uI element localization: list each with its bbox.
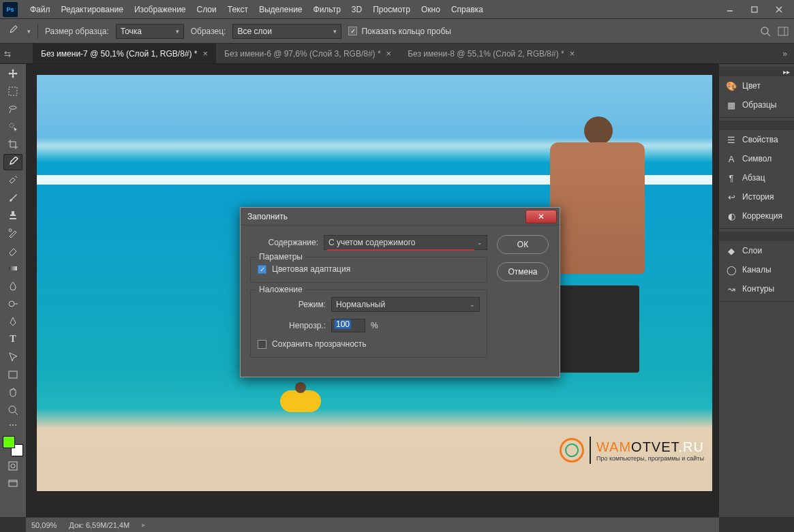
svg-line-16 — [15, 412, 18, 415]
color-adaptation-check[interactable]: ✓ Цветовая адаптация — [258, 264, 480, 274]
quick-select-tool[interactable] — [3, 119, 22, 135]
dialog-close-button[interactable]: ✕ — [525, 210, 557, 223]
svg-point-9 — [10, 123, 14, 127]
sliders-icon: ☰ — [726, 134, 737, 145]
blend-fieldset: Наложение Режим: Нормальный⌄ Непрозр.: 1… — [250, 290, 487, 358]
menu-изображение[interactable]: Изображение — [129, 0, 192, 19]
options-bar: ▾ Размер образца: Точка▾ Образец: Все сл… — [0, 19, 794, 44]
svg-point-18 — [11, 464, 15, 468]
document-tab[interactable]: Без имени-8 @ 55,1% (Слой 2, RGB/8#) *× — [399, 44, 583, 63]
panel-цвет[interactable]: 🎨Цвет — [719, 76, 794, 95]
panel-образцы[interactable]: ▦Образцы — [719, 95, 794, 114]
menu-редактирование[interactable]: Редактирование — [56, 0, 129, 19]
brush-tool[interactable] — [3, 189, 22, 206]
lasso-tool[interactable] — [3, 101, 22, 117]
content-select[interactable]: С учетом содержимого⌄ — [324, 235, 487, 250]
panel-история[interactable]: ↩История — [719, 187, 794, 206]
panel-collapse-icon[interactable]: ▸▸ — [783, 68, 790, 76]
healing-tool[interactable] — [3, 172, 22, 188]
dialog-titlebar[interactable]: Заполнить ✕ — [241, 208, 560, 225]
zoom-tool[interactable] — [3, 402, 22, 418]
workspace-switcher-icon[interactable] — [778, 26, 789, 37]
toolbox: T ⋯ — [0, 64, 26, 517]
menu-просмотр[interactable]: Просмотр — [367, 0, 416, 19]
sample-from-label: Образец: — [191, 27, 226, 36]
gradient-tool[interactable] — [3, 260, 22, 277]
quick-mask-toggle[interactable] — [3, 458, 22, 474]
eyedropper-tool-icon[interactable] — [5, 24, 20, 39]
tab-close-icon[interactable]: × — [386, 48, 392, 59]
move-tool[interactable] — [3, 65, 22, 82]
dialog-title: Заполнить — [247, 212, 288, 221]
stamp-tool[interactable] — [3, 207, 22, 223]
zoom-level[interactable]: 50,09% — [31, 521, 57, 529]
hand-tool[interactable] — [3, 384, 22, 401]
svg-point-12 — [9, 301, 14, 307]
document-tab[interactable]: Без имени-6 @ 97,6% (Слой 3, RGB/8#) *× — [216, 44, 399, 63]
tabs-handle-icon[interactable]: ⇆ — [4, 49, 11, 59]
doc-size[interactable]: Док: 6,59M/21,4M — [69, 521, 129, 529]
mode-select[interactable]: Нормальный⌄ — [331, 297, 480, 312]
search-icon[interactable] — [760, 26, 771, 37]
eraser-tool[interactable] — [3, 242, 22, 259]
menu-окно[interactable]: Окно — [416, 0, 446, 19]
history-brush-tool[interactable] — [3, 225, 22, 241]
adjust-icon: ◐ — [726, 210, 737, 221]
minimize-button[interactable] — [718, 1, 742, 18]
pen-tool[interactable] — [3, 313, 22, 330]
A-icon: A — [726, 153, 737, 164]
svg-rect-17 — [9, 462, 17, 470]
sample-from-select[interactable]: Все слои▾ — [232, 24, 341, 39]
grid-icon: ▦ — [726, 99, 737, 110]
menu-файл[interactable]: Файл — [25, 0, 56, 19]
panel-dock: ▸▸🎨Цвет▦Образцы ☰СвойстваAСимвол¶Абзац↩И… — [719, 64, 794, 517]
foreground-color[interactable] — [3, 436, 15, 448]
document-tab[interactable]: Без имени-7 @ 50,1% (Слой 1, RGB/8#) *× — [33, 44, 216, 63]
menu-фильтр[interactable]: Фильтр — [308, 0, 346, 19]
document-tabs: Без имени-7 @ 50,1% (Слой 1, RGB/8#) *×Б… — [0, 44, 794, 64]
menu-слои[interactable]: Слои — [192, 0, 222, 19]
tool-preset-chevron[interactable]: ▾ — [27, 28, 31, 35]
tab-close-icon[interactable]: × — [570, 48, 575, 59]
panel-коррекция[interactable]: ◐Коррекция — [719, 206, 794, 225]
maximize-button[interactable] — [742, 1, 767, 18]
blur-tool[interactable] — [3, 278, 22, 294]
svg-rect-6 — [778, 27, 788, 35]
panel-символ[interactable]: AСимвол — [719, 149, 794, 168]
close-button[interactable] — [767, 1, 791, 18]
sample-size-label: Размер образца: — [45, 27, 109, 36]
ok-button[interactable]: ОК — [497, 235, 549, 254]
show-sampling-ring-check[interactable]: ✓Показать кольцо пробы — [348, 27, 451, 36]
cancel-button[interactable]: Отмена — [497, 262, 549, 281]
tab-close-icon[interactable]: × — [203, 48, 209, 59]
panel-свойства[interactable]: ☰Свойства — [719, 130, 794, 149]
opacity-input[interactable]: 100 — [331, 319, 365, 332]
history-icon: ↩ — [726, 191, 737, 202]
menu-справка[interactable]: Справка — [446, 0, 489, 19]
crop-tool[interactable] — [3, 136, 22, 153]
menu-текст[interactable]: Текст — [222, 0, 254, 19]
panel-каналы[interactable]: ◯Каналы — [719, 260, 794, 279]
panel-абзац[interactable]: ¶Абзац — [719, 168, 794, 187]
rectangle-tool[interactable] — [3, 366, 22, 383]
sample-size-select[interactable]: Точка▾ — [116, 24, 184, 39]
type-tool[interactable]: T — [3, 331, 22, 347]
eyedropper-tool[interactable] — [3, 154, 22, 170]
path-select-tool[interactable] — [3, 349, 22, 365]
tabs-overflow-icon[interactable]: » — [782, 44, 794, 63]
dodge-tool[interactable] — [3, 296, 22, 312]
marquee-tool[interactable] — [3, 83, 22, 99]
preserve-transparency-check[interactable]: Сохранить прозрачность — [258, 339, 480, 349]
menu-выделение[interactable]: Выделение — [254, 0, 308, 19]
color-swatches[interactable] — [3, 436, 23, 456]
status-menu-chevron[interactable]: ▸ — [142, 520, 146, 529]
panel-слои[interactable]: ◆Слои — [719, 241, 794, 260]
toolbar-more[interactable]: ⋯ — [3, 420, 22, 431]
status-bar: 50,09% Док: 6,59M/21,4M ▸ — [26, 517, 719, 532]
menu-3d[interactable]: 3D — [346, 0, 367, 19]
screen-mode-toggle[interactable] — [3, 475, 22, 492]
palette-icon: 🎨 — [726, 80, 737, 91]
panel-контуры[interactable]: ↝Контуры — [719, 279, 794, 298]
app-logo: Ps — [3, 2, 18, 17]
svg-rect-19 — [9, 480, 17, 486]
